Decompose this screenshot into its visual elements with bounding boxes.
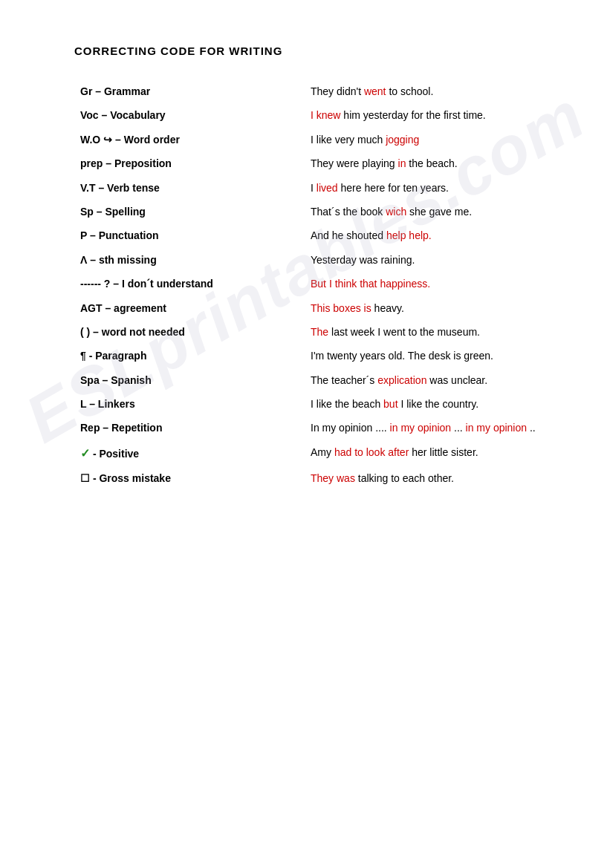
code-cell: AGT – agreement [74, 296, 305, 320]
code-cell: ☐ - Gross mistake [74, 466, 305, 490]
table-row: ✓ - PositiveAmy had to look after her li… [74, 440, 551, 467]
table-row: ¶ - ParagraphI'm twenty years old. The d… [74, 344, 551, 368]
example-cell: This boxes is heavy. [305, 296, 551, 320]
table-row: Rep – RepetitionIn my opinion .... in my… [74, 416, 551, 440]
table-row: ( ) – word not neededThe last week I wen… [74, 320, 551, 344]
code-cell: V.T – Verb tense [74, 176, 305, 200]
example-cell: I like the beach but I like the country. [305, 392, 551, 416]
example-cell: I knew him yesterday for the first time. [305, 103, 551, 127]
code-cell: ¶ - Paragraph [74, 344, 305, 368]
table-row: P – PunctuationAnd he shouted help help. [74, 223, 551, 247]
table-row: Spa – SpanishThe teacher´s explication w… [74, 368, 551, 392]
page-title: CORRECTING CODE FOR WRITING [74, 45, 551, 57]
table-row: AGT – agreementThis boxes is heavy. [74, 296, 551, 320]
table-row: W.O ↪ – Word orderI like very much joggi… [74, 128, 551, 151]
example-cell: I like very much jogging [305, 128, 551, 151]
code-cell: ✓ - Positive [74, 440, 305, 467]
code-cell: Rep – Repetition [74, 416, 305, 440]
code-cell: Sp – Spelling [74, 200, 305, 223]
code-cell: ------ ? – I don´t understand [74, 272, 305, 296]
table-row: Λ – sth missingYesterday was raining. [74, 248, 551, 272]
code-cell: L – Linkers [74, 392, 305, 416]
example-cell: But I think that happiness. [305, 272, 551, 296]
example-cell: That´s the book wich she gave me. [305, 200, 551, 223]
example-cell: Amy had to look after her little sister. [305, 440, 551, 467]
table-row: Voc – VocabularyI knew him yesterday for… [74, 103, 551, 127]
table-row: Sp – SpellingThat´s the book wich she ga… [74, 200, 551, 223]
example-cell: In my opinion .... in my opinion ... in … [305, 416, 551, 440]
code-cell: prep – Preposition [74, 151, 305, 175]
code-cell: Λ – sth missing [74, 248, 305, 272]
table-row: V.T – Verb tenseI lived here here for te… [74, 176, 551, 200]
code-cell: P – Punctuation [74, 223, 305, 247]
table-row: L – LinkersI like the beach but I like t… [74, 392, 551, 416]
table-row: Gr – GrammarThey didn't went to school. [74, 79, 551, 103]
code-cell: W.O ↪ – Word order [74, 128, 305, 151]
table-row: ------ ? – I don´t understandBut I think… [74, 272, 551, 296]
example-cell: And he shouted help help. [305, 223, 551, 247]
example-cell: The last week I went to the museum. [305, 320, 551, 344]
code-cell: Voc – Vocabulary [74, 103, 305, 127]
example-cell: I lived here here for ten years. [305, 176, 551, 200]
code-cell: ( ) – word not needed [74, 320, 305, 344]
code-cell: Gr – Grammar [74, 79, 305, 103]
example-cell: I'm twenty years old. The desk is green. [305, 344, 551, 368]
example-cell: Yesterday was raining. [305, 248, 551, 272]
table-row: ☐ - Gross mistakeThey was talking to eac… [74, 466, 551, 490]
code-cell: Spa – Spanish [74, 368, 305, 392]
example-cell: They was talking to each other. [305, 466, 551, 490]
example-cell: The teacher´s explication was unclear. [305, 368, 551, 392]
correcting-code-table: Gr – GrammarThey didn't went to school.V… [74, 79, 551, 491]
table-row: prep – PrepositionThey were playing in t… [74, 151, 551, 175]
example-cell: They were playing in the beach. [305, 151, 551, 175]
example-cell: They didn't went to school. [305, 79, 551, 103]
